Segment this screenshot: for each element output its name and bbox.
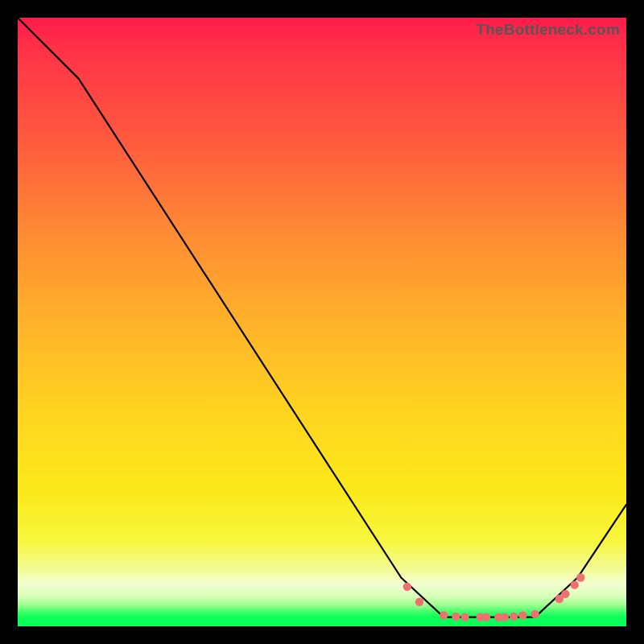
marker-dot: [530, 610, 539, 618]
marker-dot: [576, 573, 584, 581]
marker-dot: [460, 613, 469, 621]
marker-dot: [403, 583, 411, 591]
marker-dot: [518, 611, 526, 619]
marker-dot: [415, 598, 423, 606]
marker-dot: [510, 613, 518, 621]
marker-dot: [561, 590, 569, 598]
bottleneck-curve: [18, 18, 626, 617]
marker-dot: [571, 580, 579, 588]
marker-group: [403, 573, 585, 621]
marker-dot: [482, 613, 490, 621]
marker-dot: [501, 613, 509, 621]
chart-frame: TheBottleneck.com: [0, 0, 644, 644]
marker-dot: [440, 611, 448, 619]
chart-svg: [18, 18, 626, 626]
marker-dot: [452, 613, 460, 621]
plot-area: TheBottleneck.com: [18, 18, 626, 626]
